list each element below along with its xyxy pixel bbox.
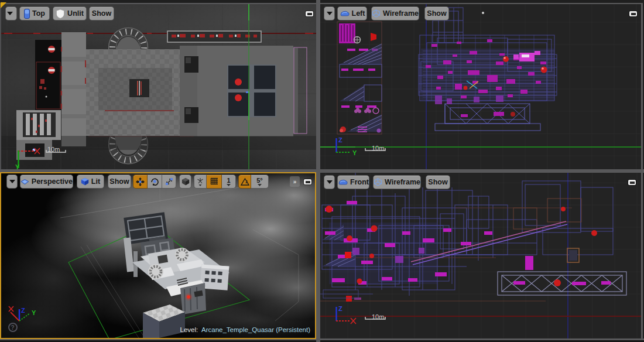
svg-text:Z: Z: [338, 305, 342, 312]
svg-text:Y: Y: [32, 309, 36, 316]
svg-text:Z: Z: [338, 136, 342, 143]
svg-text:Y: Y: [352, 149, 357, 156]
svg-text:Z: Z: [21, 307, 25, 314]
svg-text:Y: Y: [15, 163, 20, 169]
svg-text:10m: 10m: [47, 146, 60, 153]
svg-text:?: ?: [11, 324, 15, 331]
